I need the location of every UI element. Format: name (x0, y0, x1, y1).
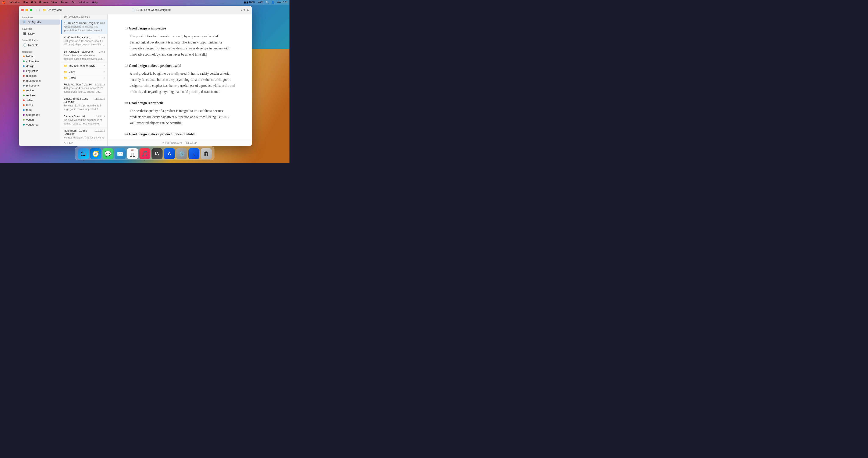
menu-focus[interactable]: Focus (61, 1, 68, 4)
forward-arrow[interactable]: › (38, 8, 41, 12)
sidebar-item-mushrooms[interactable]: mushrooms (20, 78, 60, 83)
recipe-dot (23, 90, 25, 91)
file-item-potatoes[interactable]: Salt-Crusted Potatoes.txt 23.58 Colombia… (61, 48, 107, 63)
folder-item-diary[interactable]: 📁 Diary › (61, 69, 107, 75)
file-item-salsa-preview: Servings: 11/4 cups Ingredients 3 large … (64, 104, 105, 111)
file-item-salsa[interactable]: Smoky Tomatil...otle Salsa.txt 11.2.2019… (61, 95, 107, 113)
section-useful: ## Good design makes a product useful A … (125, 63, 235, 95)
sort-header[interactable]: Sort by Date Modified ↓ (61, 14, 107, 20)
character-count: 2 308 Characters (162, 142, 182, 145)
sidebar-item-baking[interactable]: baking (20, 54, 60, 59)
sidebar-favorites-section: Favorites 📓 Diary (19, 25, 61, 37)
heading-useful: ## Good design makes a product useful (125, 63, 235, 69)
dock-item-system-prefs[interactable]: ⚙️ (176, 148, 187, 159)
dock-item-messages[interactable]: 💬 (102, 148, 113, 159)
section-understandable: ## Good design makes a product understan… (125, 131, 235, 140)
close-button[interactable] (21, 9, 24, 11)
folder-item-notes[interactable]: 📁 Notes › (61, 75, 107, 81)
sidebar-item-linguistics[interactable]: linguistics (20, 68, 60, 74)
sidebar-item-mexican[interactable]: mexican (20, 74, 60, 78)
sidebar-locations-section: Locations 🗄 On My Mac (19, 14, 61, 25)
file-item-mushroom-header: Mushroom Ta...and Garlic.txt 10.2.2019 (64, 129, 105, 136)
dock-item-safari[interactable]: 🧭 (90, 148, 101, 159)
folder-label: 📁 On My Mac (42, 8, 61, 12)
menu-view[interactable]: View (51, 1, 57, 4)
music-icon: 🎵 (141, 150, 148, 157)
typography-label: typography (26, 113, 40, 116)
para-aesthetic: The aesthetic quality of a product is in… (130, 108, 235, 126)
strikethrough-certainly: certainly (140, 84, 151, 87)
menu-file[interactable]: File (23, 1, 28, 4)
folder-icon: 📁 (42, 8, 46, 12)
menubar-search[interactable]: 🔍 (266, 1, 269, 4)
menu-format[interactable]: Format (39, 1, 48, 4)
mushrooms-dot (23, 80, 25, 82)
design-dot (23, 65, 25, 67)
sidebar-item-vegan[interactable]: vegan (20, 117, 60, 122)
fullscreen-button[interactable] (30, 9, 32, 11)
folder-diary-name: Diary (68, 70, 75, 74)
folder-notes-name: Notes (68, 76, 76, 80)
filter-icon: ⊙ (64, 142, 66, 145)
minimize-button[interactable] (25, 9, 28, 11)
sidebar-smart-folders-section: Smart Folders 🕐 Recents (19, 37, 61, 48)
apple-menu[interactable]: 🍎 (2, 1, 5, 4)
view-toggle-button[interactable]: ≡ ▾ (241, 8, 245, 12)
messages-icon: 💬 (104, 150, 111, 157)
calendar-month: NOV (127, 149, 138, 151)
file-item-pizza[interactable]: Foolproof Pan Pizza.txt 22.9.2019 400 gr… (61, 81, 107, 96)
file-item-rules[interactable]: 10 Rules of Good Design.txt 0.00 Good de… (61, 20, 107, 34)
dock-item-trash[interactable]: 🗑 (201, 148, 212, 159)
folder-item-elements[interactable]: 📁 The Elements of Style › (61, 63, 107, 69)
play-button[interactable]: ▶ (247, 8, 249, 12)
dock-item-app-store[interactable]: A (164, 148, 175, 159)
dock-item-calendar[interactable]: NOV 11 (127, 148, 138, 159)
file-item-mushroom-name: Mushroom Ta...and Garlic.txt (64, 129, 94, 136)
sidebar-item-vegeterian[interactable]: vegeterian (20, 122, 60, 127)
file-item-focaccia-name: No-Knead Focaccia.txt (64, 36, 92, 39)
file-item-focaccia-preview: 500 grams (17 1/2 ounces, about 3 1/4 cu… (64, 39, 105, 47)
folder-name[interactable]: On My Mac (48, 8, 61, 11)
filter-bar[interactable]: ⊙ Filter (61, 140, 107, 146)
file-item-mushroom[interactable]: Mushroom Ta...and Garlic.txt 10.2.2019 H… (61, 127, 107, 140)
file-item-salsa-header: Smoky Tomatil...otle Salsa.txt 11.2.2019 (64, 97, 105, 104)
file-item-potatoes-time: 23.58 (99, 51, 105, 53)
sidebar-item-todo[interactable]: todo (20, 108, 60, 112)
back-arrow[interactable]: ‹ (35, 8, 37, 12)
sidebar-item-salsa[interactable]: salsa (20, 98, 60, 103)
editor-content[interactable]: ## Good design is innovative The possibi… (107, 14, 252, 140)
menu-edit[interactable]: Edit (31, 1, 36, 4)
file-item-banana[interactable]: Banana Bread.txt 10.2.2019 We have all h… (61, 113, 107, 127)
dock-item-mail[interactable]: ✉️ (115, 148, 126, 159)
sidebar-item-philosophy[interactable]: philosophy (20, 83, 60, 88)
file-item-rules-name: 10 Rules of Good Design.txt (64, 21, 99, 25)
mexican-label: mexican (26, 74, 36, 77)
heading-text-innovative: Good design is innovative (129, 27, 166, 30)
sidebar-item-recents[interactable]: 🕐 Recents (20, 42, 60, 48)
sidebar-item-colombian[interactable]: colombian (20, 59, 60, 64)
window-title-center: 📄 10 Rules of Good Design.txt (62, 8, 241, 11)
sidebar: Locations 🗄 On My Mac Favorites 📓 Diary … (19, 14, 61, 146)
menu-go[interactable]: Go (72, 1, 75, 4)
file-item-potatoes-preview: Colombian style salt-crusted potatoes pa… (64, 54, 105, 61)
app-name[interactable]: iA Writer (9, 1, 20, 4)
dock-item-ia-writer[interactable]: iA (152, 148, 162, 159)
dock-item-downloads[interactable]: ↓ (188, 148, 199, 159)
sidebar-locations-label: Locations (19, 16, 61, 20)
sidebar-item-recipes[interactable]: recipes (20, 93, 60, 98)
sidebar-item-recipe[interactable]: recipe (20, 88, 60, 93)
menubar-battery: ▮▮▮ 100% (244, 1, 255, 4)
dock-item-music[interactable]: 🎵 (139, 148, 150, 159)
heading-marker-1: ## (125, 27, 129, 30)
sidebar-item-diary[interactable]: 📓 Diary (20, 31, 60, 36)
menu-help[interactable]: Help (92, 1, 97, 4)
dock-item-finder[interactable]: 🗂 (78, 148, 89, 159)
sidebar-item-typography[interactable]: typography (20, 112, 60, 117)
menu-window[interactable]: Window (79, 1, 88, 4)
sidebar-item-tacos[interactable]: tacos (20, 103, 60, 108)
todo-dot (23, 109, 25, 111)
document-title: 10 Rules of Good Design.txt (136, 8, 170, 11)
sidebar-item-design[interactable]: design (20, 64, 60, 68)
file-item-focaccia[interactable]: No-Knead Focaccia.txt 23.58 500 grams (1… (61, 34, 107, 49)
sidebar-item-on-my-mac[interactable]: 🗄 On My Mac (20, 20, 60, 25)
